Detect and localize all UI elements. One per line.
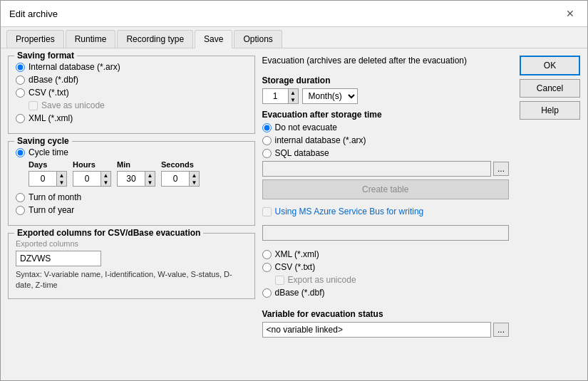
xml-evac-label: XML (*.xml) <box>275 249 319 259</box>
storage-up[interactable]: ▲ <box>288 89 298 96</box>
hours-spinner-col: Hours ▲ ▼ <box>73 160 111 187</box>
variable-input-row: ... <box>262 322 510 338</box>
hours-arrows: ▲ ▼ <box>100 172 110 186</box>
seconds-input[interactable] <box>162 172 189 185</box>
right-panel: Evacuation (archives are deleted after t… <box>262 56 510 373</box>
radio-cycle-time[interactable] <box>16 148 25 157</box>
min-input[interactable] <box>118 172 145 185</box>
help-button[interactable]: Help <box>520 101 580 120</box>
min-up[interactable]: ▲ <box>145 172 155 179</box>
buttons-panel: OK Cancel Help <box>516 56 580 373</box>
turn-of-month-label: Turn of month <box>29 192 81 202</box>
radio-dbase-evac[interactable] <box>262 288 272 298</box>
radio-do-not-evacuate[interactable] <box>262 123 272 132</box>
tab-recording-type[interactable]: Recording type <box>117 30 193 48</box>
sql-dots-button[interactable]: ... <box>493 162 509 176</box>
title-bar: Edit archive ✕ <box>1 1 587 27</box>
export-unicode-label: Export as unicode <box>288 275 356 285</box>
variable-section: Variable for evacuation status ... <box>262 309 510 338</box>
days-label: Days <box>29 160 47 169</box>
syntax-text: Syntax: V-variable name, I-identificatio… <box>16 269 247 291</box>
radio-internal-db-evac[interactable] <box>262 136 272 145</box>
seconds-up[interactable]: ▲ <box>189 172 199 179</box>
save-as-unicode-row: Save as unicode <box>29 100 247 110</box>
dialog-body: Saving format Internal database (*.arx) … <box>1 48 587 380</box>
radio-csv[interactable] <box>16 88 25 98</box>
hours-label: Hours <box>73 160 96 169</box>
days-down[interactable]: ▼ <box>56 179 66 186</box>
evacuation-after-section: Evacuation after storage time Do not eva… <box>262 110 510 199</box>
sql-input-row: ... <box>262 161 510 177</box>
storage-duration-row: ▲ ▼ Month(s)Week(s)Day(s) <box>262 88 510 104</box>
tab-runtime[interactable]: Runtime <box>66 30 116 48</box>
min-label: Min <box>117 160 130 169</box>
exported-columns-input[interactable] <box>16 251 101 266</box>
hours-up[interactable]: ▲ <box>100 172 110 179</box>
format-options-section: XML (*.xml) CSV (*.txt) Export as unicod… <box>262 249 510 301</box>
hours-input[interactable] <box>73 172 100 185</box>
radio-xml-row: XML (*.xml) <box>16 113 247 123</box>
cycle-time-row: Cycle time <box>16 147 247 157</box>
hours-down[interactable]: ▼ <box>100 179 110 186</box>
days-spinner-col: Days ▲ ▼ <box>29 160 67 187</box>
tab-properties[interactable]: Properties <box>6 30 64 48</box>
saving-format-group: Saving format Internal database (*.arx) … <box>8 56 255 134</box>
radio-dbase-row: dBase (*.dbf) <box>16 75 247 85</box>
dbase-evac-label: dBase (*.dbf) <box>275 288 325 298</box>
days-up[interactable]: ▲ <box>56 172 66 179</box>
save-as-unicode-label: Save as unicode <box>41 100 105 110</box>
radio-csv-evac[interactable] <box>262 263 272 272</box>
export-unicode-checkbox[interactable] <box>275 276 284 285</box>
radio-turn-of-month[interactable] <box>16 193 25 202</box>
radio-internal-db[interactable] <box>16 63 25 72</box>
seconds-arrows: ▲ ▼ <box>189 172 199 186</box>
csv-evac-label: CSV (*.txt) <box>275 262 316 272</box>
close-button[interactable]: ✕ <box>562 6 579 21</box>
storage-duration-unit[interactable]: Month(s)Week(s)Day(s) <box>302 88 358 104</box>
dialog-title: Edit archive <box>9 9 58 19</box>
azure-checkbox[interactable] <box>262 207 272 216</box>
cancel-button[interactable]: Cancel <box>520 79 580 98</box>
variable-input[interactable] <box>262 322 491 338</box>
storage-duration-label: Storage duration <box>262 75 510 85</box>
radio-xml-evac[interactable] <box>262 250 272 259</box>
radio-turn-of-year[interactable] <box>16 206 25 215</box>
radio-dbase[interactable] <box>16 75 25 85</box>
sql-input[interactable] <box>262 161 491 177</box>
days-arrows: ▲ ▼ <box>56 172 66 186</box>
seconds-spinner-col: Seconds ▲ ▼ <box>161 160 200 187</box>
min-spinner: ▲ ▼ <box>117 171 155 187</box>
tab-save[interactable]: Save <box>195 30 232 48</box>
min-down[interactable]: ▼ <box>145 179 155 186</box>
radio-sql-db[interactable] <box>262 149 272 158</box>
turn-of-year-row: Turn of year <box>16 205 247 215</box>
save-as-unicode-checkbox[interactable] <box>29 101 38 110</box>
days-input[interactable] <box>29 172 56 185</box>
radio-sql-db-row: SQL database <box>262 148 510 158</box>
internal-db-evac-label: internal database (*.arx) <box>275 135 366 145</box>
storage-duration-arrows: ▲ ▼ <box>288 89 298 103</box>
variable-dots-button[interactable]: ... <box>493 323 509 337</box>
seconds-down[interactable]: ▼ <box>189 179 199 186</box>
radio-dbase-evac-row: dBase (*.dbf) <box>262 288 510 298</box>
azure-input[interactable] <box>262 225 510 241</box>
radio-internal-db-label: Internal database (*.arx) <box>29 62 120 72</box>
edit-archive-dialog: Edit archive ✕ Properties Runtime Record… <box>0 0 588 381</box>
left-panel: Saving format Internal database (*.arx) … <box>8 56 255 373</box>
storage-down[interactable]: ▼ <box>288 96 298 103</box>
radio-internal-db-row: Internal database (*.arx) <box>16 62 247 72</box>
export-unicode-row: Export as unicode <box>275 275 510 285</box>
variable-label: Variable for evacuation status <box>262 309 510 319</box>
seconds-spinner: ▲ ▼ <box>161 171 200 187</box>
turn-of-month-row: Turn of month <box>16 192 247 202</box>
tab-options[interactable]: Options <box>234 30 282 48</box>
saving-format-label: Saving format <box>14 51 77 61</box>
radio-csv-row: CSV (*.txt) <box>16 88 247 98</box>
radio-xml[interactable] <box>16 114 25 123</box>
evacuation-header: Evacuation (archives are deleted after t… <box>262 56 510 66</box>
exported-columns-group: Exported columns for CSV/dBase evacuatio… <box>8 233 255 299</box>
tab-bar: Properties Runtime Recording type Save O… <box>1 27 587 48</box>
storage-duration-input[interactable] <box>263 90 288 103</box>
create-table-button[interactable]: Create table <box>262 179 510 199</box>
ok-button[interactable]: OK <box>520 56 580 75</box>
